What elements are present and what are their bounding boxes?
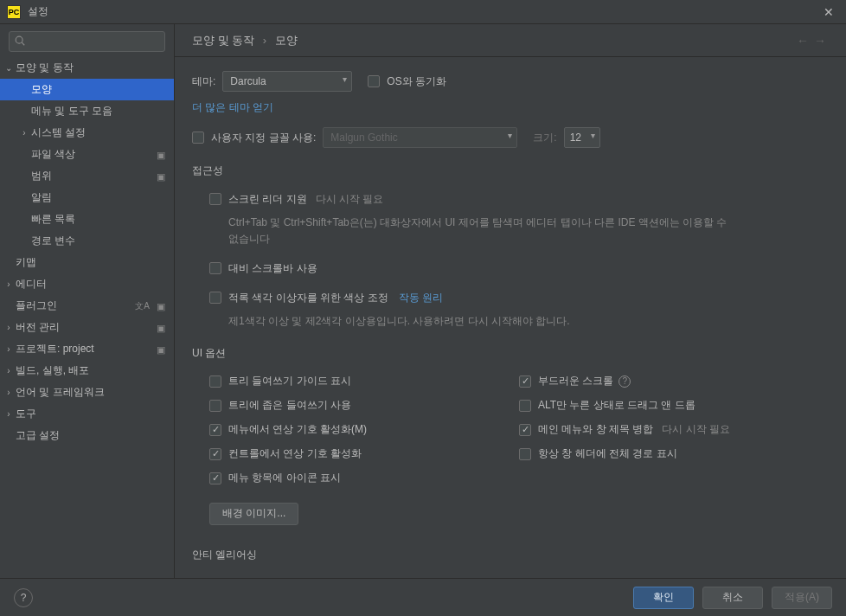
sidebar-item-2[interactable]: 메뉴 및 도구 모음 [0, 100, 174, 122]
nav-forward-icon: → [811, 34, 829, 48]
chevron-icon: › [2, 388, 16, 397]
ui-option-label: 트리에 좁은 들여쓰기 사용 [228, 398, 351, 413]
font-family-select[interactable]: Malgun Gothic [323, 127, 517, 148]
sidebar-item-label: 알림 [31, 190, 167, 205]
screen-reader-label: 스크린 리더 지원 [228, 192, 307, 207]
sidebar-item-14[interactable]: ›빌드, 실행, 배포 [0, 360, 174, 382]
color-deficiency-checkbox[interactable] [209, 292, 221, 304]
close-icon[interactable]: ✕ [818, 2, 839, 22]
ui-option-label: 메뉴에서 연상 기호 활성화(M) [228, 422, 367, 437]
sidebar-item-label: 고급 설정 [16, 428, 167, 443]
font-size-label: 크기: [533, 131, 556, 145]
ui-option-label: 트리 들여쓰기 가이드 표시 [228, 374, 351, 388]
chevron-icon: ⌄ [2, 63, 16, 73]
sidebar-item-5[interactable]: 범위▣ [0, 165, 174, 187]
ui-option-checkbox[interactable] [519, 448, 531, 460]
chevron-icon: › [2, 323, 16, 332]
sidebar-item-11[interactable]: 플러그인文A▣ [0, 295, 174, 317]
search-input[interactable] [9, 31, 165, 52]
ui-option-checkbox[interactable] [209, 424, 221, 436]
ui-option-checkbox[interactable] [209, 472, 221, 484]
sidebar-item-1[interactable]: 모양 [0, 79, 174, 100]
window-title: 설정 [28, 4, 818, 19]
how-it-works-link[interactable]: 작동 원리 [399, 291, 443, 305]
sidebar-item-16[interactable]: ›도구 [0, 403, 174, 425]
screen-reader-desc: Ctrl+Tab 및 Ctrl+Shift+Tab은(는) 대화상자에서 UI … [228, 215, 730, 247]
section-antialias: 안티 엘리어싱 [192, 548, 829, 562]
breadcrumb: 모양 및 동작 › 모양 [192, 33, 794, 48]
sidebar-item-label: 언어 및 프레임워크 [16, 385, 167, 400]
sidebar-item-label: 범위 [31, 169, 153, 183]
project-badge-icon: ▣ [157, 171, 167, 182]
breadcrumb-current: 모양 [275, 34, 298, 47]
ui-option-checkbox[interactable] [209, 448, 221, 460]
project-badge-icon: ▣ [157, 150, 167, 160]
app-icon: PC [7, 5, 21, 19]
project-badge-icon: ▣ [157, 323, 167, 333]
sidebar-item-label: 에디터 [16, 277, 167, 292]
ui-option-checkbox[interactable] [209, 400, 221, 412]
sidebar-item-8[interactable]: 경로 변수 [0, 230, 174, 252]
chevron-icon: › [2, 279, 16, 289]
sidebar-item-6[interactable]: 알림 [0, 187, 174, 209]
sidebar-item-label: 키맵 [16, 255, 167, 270]
ui-option-label: 메뉴 항목에 아이콘 표시 [228, 471, 341, 485]
project-badge-icon: ▣ [157, 301, 167, 311]
contrast-scroll-label: 대비 스크롤바 사용 [228, 261, 317, 276]
ui-option-checkbox[interactable] [519, 400, 531, 412]
sidebar-item-label: 빠른 목록 [31, 212, 167, 227]
chevron-icon: › [2, 409, 16, 419]
ui-option-checkbox[interactable] [209, 375, 221, 388]
sync-os-label: OS와 동기화 [387, 74, 446, 89]
more-themes-link[interactable]: 더 많은 테마 얻기 [192, 100, 273, 115]
section-ui-options: UI 옵션 [192, 346, 829, 361]
custom-font-checkbox[interactable] [192, 132, 204, 144]
svg-line-1 [22, 42, 24, 45]
sidebar-item-13[interactable]: ›프로젝트: project▣ [0, 338, 174, 360]
color-deficiency-label: 적록 색각 이상자를 위한 색상 조정 [228, 291, 388, 305]
sidebar-item-9[interactable]: 키맵 [0, 252, 174, 273]
cancel-button[interactable]: 취소 [702, 587, 763, 609]
nav-back-icon: ← [794, 34, 811, 48]
sidebar-item-label: 플러그인 [16, 298, 135, 313]
background-image-button[interactable]: 배경 이미지... [209, 503, 298, 525]
help-icon[interactable]: ? [14, 588, 33, 607]
sidebar-item-3[interactable]: ›시스템 설정 [0, 122, 174, 144]
sidebar-item-0[interactable]: ⌄모양 및 동작 [0, 57, 174, 79]
ok-button[interactable]: 확인 [633, 587, 694, 609]
help-inline-icon[interactable]: ? [618, 375, 631, 388]
chevron-icon: › [2, 366, 16, 375]
sidebar-item-label: 모양 및 동작 [16, 61, 167, 75]
section-accessibility: 접근성 [192, 164, 829, 178]
sidebar-item-label: 도구 [16, 407, 167, 421]
contrast-scroll-checkbox[interactable] [209, 262, 221, 274]
ui-option-checkbox[interactable] [519, 424, 531, 436]
settings-tree[interactable]: ⌄모양 및 동작모양메뉴 및 도구 모음›시스템 설정파일 색상▣범위▣알림빠른… [0, 57, 174, 578]
screen-reader-checkbox[interactable] [209, 193, 221, 205]
ui-option-checkbox[interactable] [519, 375, 531, 388]
sidebar-item-label: 경로 변수 [31, 234, 167, 248]
sidebar-item-17[interactable]: 고급 설정 [0, 425, 174, 446]
sidebar-item-4[interactable]: 파일 색상▣ [0, 144, 174, 165]
custom-font-label: 사용자 지정 글꼴 사용: [211, 131, 316, 145]
sidebar-item-label: 모양 [31, 82, 167, 97]
apply-button[interactable]: 적용(A) [772, 587, 832, 609]
font-size-input[interactable] [564, 127, 600, 148]
chevron-icon: › [17, 128, 31, 138]
ui-option-label: ALT만 누른 상태로 드래그 앤 드롭 [538, 398, 695, 413]
theme-select[interactable]: Darcula [222, 71, 352, 92]
restart-hint: 다시 시작 필요 [316, 192, 384, 207]
sidebar-item-12[interactable]: ›버전 관리▣ [0, 317, 174, 338]
sidebar-item-7[interactable]: 빠른 목록 [0, 209, 174, 230]
sidebar-item-label: 파일 색상 [31, 147, 153, 162]
search-icon [14, 35, 26, 47]
chevron-icon: › [2, 344, 16, 354]
sidebar-item-15[interactable]: ›언어 및 프레임워크 [0, 382, 174, 403]
color-deficiency-desc: 제1색각 이상 및 제2색각 이상용입니다. 사용하려면 다시 시작해야 합니다… [228, 313, 730, 330]
sync-os-checkbox[interactable] [368, 75, 380, 87]
sidebar-item-label: 메뉴 및 도구 모음 [31, 104, 167, 119]
project-badge-icon: ▣ [157, 344, 167, 355]
sidebar-item-10[interactable]: ›에디터 [0, 273, 174, 295]
svg-point-0 [16, 36, 22, 43]
sidebar-item-label: 빌드, 실행, 배포 [16, 363, 167, 378]
